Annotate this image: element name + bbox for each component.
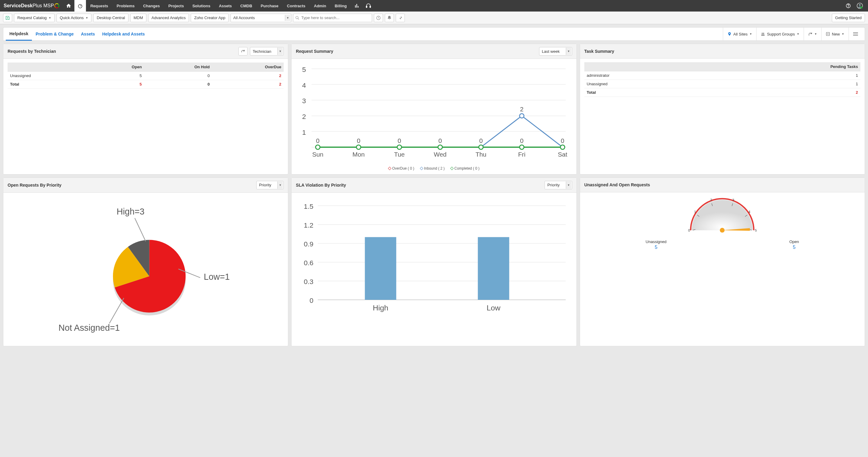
- recent-icon[interactable]: [374, 14, 383, 22]
- reports-icon[interactable]: [351, 0, 363, 11]
- nav-admin[interactable]: Admin: [310, 0, 331, 11]
- widget-open-by-priority: Open Requests By Priority Priority▼ High…: [3, 177, 288, 347]
- svg-point-86: [720, 228, 725, 233]
- svg-text:3: 3: [302, 97, 306, 105]
- accounts-select[interactable]: All Accounts▼: [230, 14, 291, 22]
- getting-started-button[interactable]: Getting Started: [832, 14, 865, 22]
- quick-actions-button[interactable]: Quick Actions▼: [57, 14, 92, 22]
- svg-point-38: [520, 113, 524, 118]
- svg-text:0.3: 0.3: [304, 278, 314, 286]
- dashboard-icon[interactable]: [74, 0, 86, 11]
- pin-icon[interactable]: [396, 14, 405, 22]
- col-blank: [584, 62, 712, 71]
- svg-text:Mon: Mon: [352, 151, 365, 158]
- request-catalog-button[interactable]: Request Catalog▼: [14, 14, 55, 22]
- svg-text:1.2: 1.2: [304, 221, 314, 229]
- pie-label-high: High=3: [117, 206, 145, 216]
- content-area: Helpdesk Problem & Change Assets Helpdes…: [0, 24, 868, 349]
- tab-problem-change[interactable]: Problem & Change: [32, 27, 77, 41]
- groups-label: Support Groups: [767, 32, 795, 36]
- svg-text:0.6: 0.6: [304, 259, 314, 267]
- notifications-icon[interactable]: [385, 14, 394, 22]
- widget-sla-by-priority: SLA Violation By Priority Priority▼ 1.51…: [291, 177, 577, 347]
- user-icon[interactable]: [854, 0, 866, 11]
- widget-title: Unassigned And Open Requests: [584, 183, 650, 187]
- new-dropdown[interactable]: New▼: [821, 27, 848, 41]
- svg-text:Fri: Fri: [518, 151, 525, 158]
- nav-purchase[interactable]: Purchase: [256, 0, 283, 11]
- search-box[interactable]: [293, 14, 372, 22]
- svg-text:2: 2: [710, 198, 712, 202]
- refresh-dropdown[interactable]: ▼: [804, 27, 821, 41]
- support-icon[interactable]: [363, 0, 374, 11]
- svg-text:0: 0: [688, 228, 690, 232]
- nav-projects[interactable]: Projects: [164, 0, 188, 11]
- svg-point-33: [397, 145, 402, 149]
- help-icon[interactable]: [842, 0, 854, 11]
- tab-helpdesk-assets[interactable]: Helpdesk and Assets: [98, 27, 148, 41]
- grouping-select[interactable]: Priority▼: [545, 181, 572, 189]
- grouping-select[interactable]: Technician▼: [250, 47, 284, 56]
- zoho-creator-button[interactable]: Zoho Creator App: [191, 14, 229, 22]
- caret-down-icon: ▼: [797, 32, 799, 35]
- desktop-central-button[interactable]: Desktop Central: [93, 14, 128, 22]
- refresh-button[interactable]: [239, 47, 248, 56]
- legend-inbound: Inbound ( 2 ): [420, 166, 445, 170]
- svg-text:Wed: Wed: [434, 151, 447, 158]
- col-pending: Pending Tasks: [711, 62, 860, 71]
- logo-arc-icon: [54, 3, 59, 8]
- svg-point-32: [356, 145, 361, 149]
- svg-point-7: [848, 7, 848, 7]
- bar-chart: 1.51.20.90.60.30 HighLow: [296, 196, 572, 322]
- table-row-total: Total502: [8, 80, 284, 89]
- refresh-icon: [808, 32, 812, 36]
- search-input[interactable]: [300, 15, 370, 20]
- sites-label: All Sites: [734, 32, 748, 36]
- logo-text-bold: ServiceDesk: [4, 3, 32, 8]
- new-label: New: [832, 32, 840, 36]
- grouping-select[interactable]: Priority▼: [256, 181, 284, 189]
- svg-text:0: 0: [479, 137, 483, 144]
- svg-text:High: High: [373, 304, 389, 312]
- nav-problems[interactable]: Problems: [112, 0, 139, 11]
- nav-billing[interactable]: Billing: [331, 0, 351, 11]
- nav-requests[interactable]: Requests: [86, 0, 112, 11]
- accounts-value: All Accounts: [233, 15, 255, 20]
- nav-assets[interactable]: Assets: [215, 0, 236, 11]
- select-value: Priority: [547, 183, 559, 187]
- svg-point-11: [296, 16, 298, 19]
- col-blank: [8, 63, 94, 72]
- new-request-icon[interactable]: [3, 14, 12, 22]
- svg-rect-71: [478, 237, 509, 300]
- svg-text:Sun: Sun: [312, 151, 323, 158]
- svg-rect-1: [355, 5, 355, 8]
- svg-rect-3: [358, 6, 359, 8]
- caret-down-icon: ▼: [749, 32, 752, 35]
- line-chart: 54321 00000200 SunMonTueWedThuFriSat: [296, 63, 572, 163]
- advanced-analytics-button[interactable]: Advanced Analytics: [148, 14, 189, 22]
- svg-rect-4: [366, 6, 367, 8]
- nav-contracts[interactable]: Contracts: [283, 0, 310, 11]
- svg-text:3: 3: [733, 198, 734, 202]
- nav-cmdb[interactable]: CMDB: [236, 0, 256, 11]
- table-row-total: Total2: [584, 88, 860, 97]
- svg-text:0: 0: [357, 137, 361, 144]
- home-icon[interactable]: [63, 0, 74, 11]
- caret-down-icon: ▼: [285, 15, 290, 21]
- col-overdue: OverDue: [212, 63, 284, 72]
- nav-changes[interactable]: Changes: [139, 0, 164, 11]
- tab-assets[interactable]: Assets: [78, 27, 99, 41]
- tab-helpdesk[interactable]: Helpdesk: [6, 27, 32, 41]
- sites-dropdown[interactable]: All Sites▼: [723, 27, 756, 41]
- pie-label-low: Low=1: [204, 272, 229, 282]
- svg-text:5: 5: [755, 228, 757, 232]
- select-value: Priority: [259, 183, 271, 187]
- caret-down-icon: ▼: [49, 17, 51, 20]
- menu-icon[interactable]: [848, 27, 862, 41]
- period-select[interactable]: Last week▼: [539, 47, 572, 56]
- widget-title: SLA Violation By Priority: [296, 183, 346, 188]
- nav-solutions[interactable]: Solutions: [188, 0, 214, 11]
- svg-text:0.9: 0.9: [304, 240, 314, 248]
- groups-dropdown[interactable]: Support Groups▼: [756, 27, 804, 41]
- mdm-button[interactable]: MDM: [130, 14, 146, 22]
